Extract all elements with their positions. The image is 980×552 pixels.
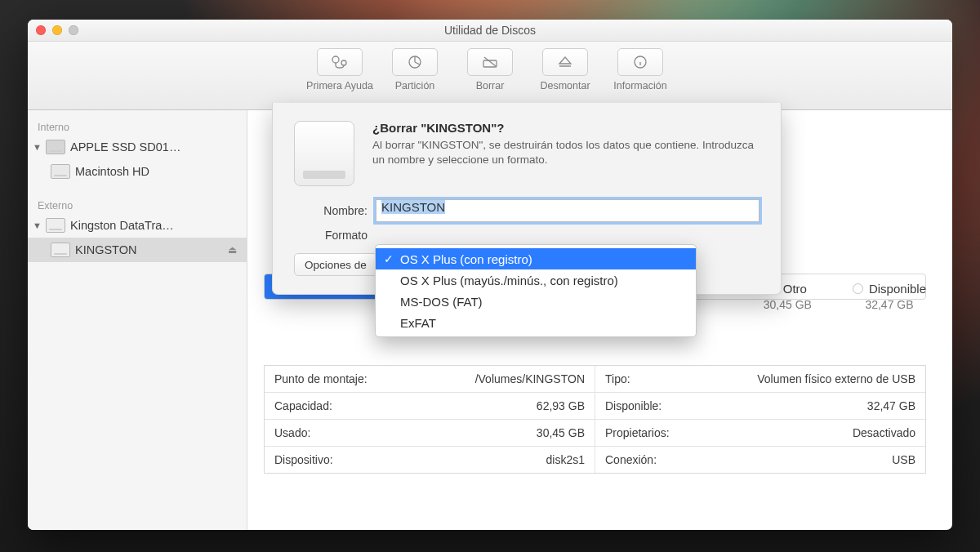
sidebar-item-macintosh-hd[interactable]: Macintosh HD — [28, 159, 247, 184]
dropdown-option[interactable]: MS-DOS (FAT) — [376, 291, 696, 312]
detail-value: Volumen físico externo de USB — [757, 372, 915, 385]
legend-value-available: 32,47 GB — [865, 298, 913, 311]
dropdown-option[interactable]: OS X Plus (mayús./minús., con registro) — [376, 269, 696, 291]
toolbar-label: Primera Ayuda — [306, 80, 373, 91]
toolbar-label: Desmontar — [540, 80, 590, 91]
legend-dot-available-icon — [853, 283, 863, 294]
toolbar-label: Borrar — [476, 80, 505, 91]
sidebar-item-kingston-parent[interactable]: ▼ Kingston DataTra… — [28, 213, 247, 238]
detail-label: Capacidad: — [274, 399, 332, 412]
sidebar-header-internal: Interno — [28, 117, 247, 135]
detail-value: 62,93 GB — [537, 399, 585, 412]
sidebar-item-label: APPLE SSD SD01… — [70, 140, 180, 154]
sidebar-item-kingston-volume[interactable]: KINGSTON ⏏ — [28, 238, 247, 262]
sidebar: Interno ▼ APPLE SSD SD01… Macintosh HD E… — [28, 110, 247, 530]
usage-legend: Otro 30,45 GB Disponible 32,47 GB — [764, 282, 926, 311]
pie-icon — [406, 55, 424, 69]
sheet-subtitle: Al borrar "KINGSTON", se destruirán todo… — [372, 138, 760, 167]
sheet-name-label: Nombre: — [294, 204, 376, 217]
svg-point-0 — [332, 56, 339, 63]
info-icon — [631, 55, 649, 69]
toolbar-partition-button[interactable] — [392, 48, 438, 76]
detail-value: USB — [892, 453, 915, 466]
detail-value: disk2s1 — [546, 453, 585, 466]
toolbar: Primera Ayuda Partición Borrar Desmontar… — [28, 42, 952, 110]
stethoscope-icon — [331, 55, 349, 69]
eject-icon — [556, 55, 574, 69]
sheet-name-input[interactable]: KINGSTON — [376, 199, 760, 222]
erase-icon — [481, 55, 499, 69]
detail-value: /Volumes/KINGSTON — [475, 372, 585, 385]
format-dropdown[interactable]: OS X Plus (con registro) OS X Plus (mayú… — [375, 244, 697, 337]
eject-icon[interactable]: ⏏ — [228, 244, 237, 256]
detail-value: 32,47 GB — [867, 399, 915, 412]
disk-large-icon — [294, 121, 354, 186]
titlebar: Utilidad de Discos — [28, 20, 952, 42]
toolbar-unmount-button[interactable] — [542, 48, 588, 76]
sidebar-item-label: Kingston DataTra… — [70, 219, 174, 232]
sidebar-item-label: KINGSTON — [75, 243, 136, 256]
sidebar-header-external: Externo — [28, 195, 247, 213]
sheet-format-label: Formato — [294, 229, 376, 242]
disclosure-triangle-icon[interactable]: ▼ — [33, 220, 41, 230]
detail-label: Conexión: — [605, 453, 657, 466]
toolbar-first-aid-button[interactable] — [317, 48, 363, 76]
disk-icon — [51, 243, 70, 257]
legend-value-other: 30,45 GB — [764, 298, 812, 311]
toolbar-label: Información — [613, 80, 666, 91]
toolbar-erase-button[interactable] — [467, 48, 513, 76]
disk-icon — [51, 164, 70, 179]
disclosure-triangle-icon[interactable]: ▼ — [33, 142, 41, 152]
detail-label: Tipo: — [605, 372, 630, 385]
toolbar-info-button[interactable] — [617, 48, 663, 76]
detail-label: Usado: — [274, 426, 310, 439]
detail-label: Punto de montaje: — [274, 372, 368, 385]
window-title: Utilidad de Discos — [28, 24, 952, 37]
legend-title-available: Disponible — [869, 282, 926, 296]
legend-title-other: Otro — [783, 282, 807, 296]
detail-value: 30,45 GB — [537, 426, 585, 439]
detail-value: Desactivado — [853, 426, 915, 439]
detail-label: Propietarios: — [605, 426, 670, 439]
security-options-button[interactable]: Opciones de — [294, 253, 377, 276]
sidebar-item-label: Macintosh HD — [75, 165, 149, 178]
svg-point-1 — [341, 60, 346, 65]
toolbar-label: Partición — [395, 80, 435, 91]
detail-label: Disponible: — [605, 399, 662, 412]
disk-icon — [46, 140, 65, 154]
detail-label: Dispositivo: — [274, 453, 333, 466]
disk-icon — [46, 218, 65, 233]
sidebar-item-apple-ssd[interactable]: ▼ APPLE SSD SD01… — [28, 135, 247, 159]
dropdown-option[interactable]: OS X Plus (con registro) — [376, 248, 696, 269]
sheet-title: ¿Borrar "KINGSTON"? — [372, 121, 760, 135]
details-table: Punto de montaje:/Volumes/KINGSTON Tipo:… — [264, 365, 926, 474]
dropdown-option[interactable]: ExFAT — [376, 312, 696, 333]
sheet-name-value: KINGSTON — [381, 200, 445, 214]
disk-utility-window: Utilidad de Discos Primera Ayuda Partici… — [28, 20, 952, 530]
